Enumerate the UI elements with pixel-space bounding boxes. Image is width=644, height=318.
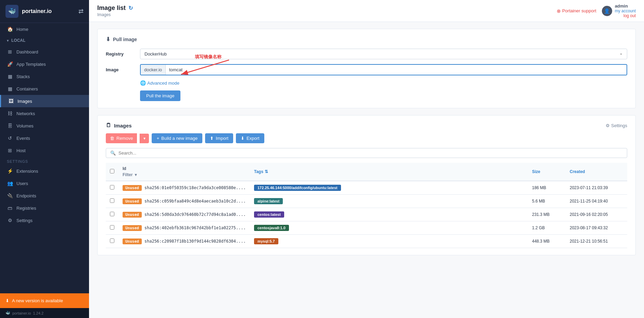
gear-icon: ⚙	[606, 123, 610, 128]
images-tbody: Unusedsha256:01e0f50359c18ec7a9da3ce0085…	[106, 181, 627, 248]
build-button[interactable]: + Build a new image	[152, 133, 202, 143]
th-created: Created	[566, 163, 627, 181]
sidebar-item-volumes[interactable]: 🗄 Volumes	[0, 120, 89, 132]
support-icon: ⊗	[557, 8, 561, 14]
row-checkbox-cell	[106, 195, 118, 208]
annotation-text: 填写镜像名称	[195, 54, 222, 60]
sort-icon: ⇅	[265, 169, 268, 174]
row-id[interactable]: Unusedsha256:c20987f18b130f9d144c9828df6…	[118, 235, 250, 248]
export-button[interactable]: ⬇ Export	[236, 133, 264, 143]
sidebar-item-home[interactable]: 🏠 Home	[0, 23, 89, 35]
search-input[interactable]	[118, 150, 221, 156]
images-table: Id Filter ▼ Tags ⇅	[106, 163, 627, 248]
sidebar-item-label: Stacks	[16, 74, 30, 79]
host-icon: ⊞	[7, 148, 13, 153]
new-version-banner[interactable]: ⬇ A new version is available	[0, 293, 89, 308]
sidebar-item-stacks[interactable]: ▦ Stacks	[0, 70, 89, 83]
plus-icon: +	[156, 136, 159, 141]
sidebar-item-label: Events	[16, 136, 30, 141]
table-row: Unusedsha256:402ebfb3618c967d42bbf1e1a02…	[106, 221, 627, 235]
logo-icon: 🐳	[5, 5, 18, 18]
remove-caret-button[interactable]: ▾	[140, 134, 149, 143]
row-checkbox[interactable]	[110, 225, 114, 230]
page-title: Image list ↻	[97, 4, 133, 12]
sidebar: 🐳 portainer.io ⇄ 🏠 Home ▾ LOCAL ⊞ Dashbo…	[0, 0, 89, 318]
topbar-right: ⊗ Portainer support 👤 admin my account l…	[557, 3, 636, 18]
sidebar-item-dashboard[interactable]: ⊞ Dashboard	[0, 46, 89, 58]
row-checkbox[interactable]	[110, 212, 114, 216]
import-button[interactable]: ⬆ Import	[205, 133, 233, 143]
badge-unused: Unused	[123, 225, 142, 231]
stacks-icon: ▦	[7, 74, 13, 79]
row-size: 5.6 MB	[528, 195, 566, 208]
image-prefix: docker.io	[141, 65, 166, 75]
sidebar-item-settings[interactable]: ⚙ Settings	[0, 214, 89, 227]
row-checkbox[interactable]	[110, 238, 114, 243]
badge-unused: Unused	[123, 238, 142, 244]
logo-text: portainer.io	[22, 8, 52, 14]
registry-row: Registry DockerHub	[106, 49, 627, 59]
row-tags: mysql:5.7	[250, 235, 528, 248]
advanced-mode-link[interactable]: 🌐 Advanced mode	[140, 80, 627, 86]
images-section: 🗒 Images ⚙ Settings 🗑 Remove ▾ + Build a…	[97, 115, 636, 255]
endpoints-icon: 🔌	[7, 193, 13, 198]
images-section-header: 🗒 Images ⚙ Settings	[106, 122, 627, 129]
sidebar-item-networks[interactable]: ⛓ Networks	[0, 107, 89, 120]
sidebar-item-label: Host	[16, 148, 26, 153]
th-size: Size	[528, 163, 566, 181]
row-id[interactable]: Unusedsha256:c059bfaa849c4d8e4aecaeb3a10…	[118, 195, 250, 208]
sidebar-item-extensions[interactable]: ⚡ Extensions	[0, 165, 89, 177]
row-tags: 172.25.46.144:5000/addifconfig/ubuntu:la…	[250, 181, 528, 195]
support-link[interactable]: ⊗ Portainer support	[557, 8, 596, 14]
row-checkbox[interactable]	[110, 185, 114, 189]
remove-button[interactable]: 🗑 Remove	[106, 133, 137, 143]
tag-badge: centosjava8:1.0	[254, 225, 289, 231]
sidebar-item-label: Volumes	[16, 123, 34, 129]
pull-image-button[interactable]: Pull the image	[140, 90, 180, 101]
export-icon: ⬇	[241, 136, 244, 141]
image-input[interactable]	[166, 65, 627, 75]
sidebar-item-label: Extensions	[16, 169, 38, 174]
globe-icon: 🌐	[140, 80, 146, 86]
sidebar-item-app-templates[interactable]: 🚀 App Templates	[0, 58, 89, 70]
sidebar-item-images[interactable]: 🖼 Images	[0, 95, 89, 107]
refresh-icon[interactable]: ↻	[128, 5, 133, 11]
select-all-checkbox[interactable]	[110, 169, 114, 173]
volumes-icon: 🗄	[7, 123, 13, 129]
sidebar-item-endpoints[interactable]: 🔌 Endpoints	[0, 189, 89, 202]
sidebar-item-containers[interactable]: ▦ Containers	[0, 83, 89, 95]
logout-link[interactable]: log out	[623, 13, 636, 18]
sidebar-item-label: Users	[16, 181, 28, 186]
table-header-row: Id Filter ▼ Tags ⇅	[106, 163, 627, 181]
admin-links: my account log out	[615, 9, 636, 18]
sidebar-item-label: App Templates	[16, 62, 46, 67]
sidebar-item-registries[interactable]: 🗃 Registries	[0, 202, 89, 214]
row-id[interactable]: Unusedsha256:402ebfb3618c967d42bbf1e1a02…	[118, 221, 250, 235]
sidebar-item-label: Containers	[16, 86, 38, 91]
sidebar-item-label: Endpoints	[16, 193, 36, 198]
row-id[interactable]: Unusedsha256:01e0f50359c18ec7a9da3ce0085…	[118, 181, 250, 195]
tag-badge: mysql:5.7	[254, 238, 278, 244]
row-size: 231.3 MB	[528, 208, 566, 221]
sidebar-item-events[interactable]: ↺ Events	[0, 132, 89, 144]
registry-label: Registry	[106, 51, 140, 57]
pull-image-title: Pull image	[113, 37, 137, 42]
th-tags[interactable]: Tags ⇅	[250, 163, 528, 181]
row-checkbox[interactable]	[110, 198, 114, 203]
sidebar-item-users[interactable]: 👥 Users	[0, 177, 89, 189]
portainer-io-label: portainer.io	[12, 311, 31, 315]
image-row: Image docker.io 填写镜像名称	[106, 64, 627, 75]
my-account-link[interactable]: my account	[615, 9, 636, 13]
row-checkbox-cell	[106, 221, 118, 235]
sidebar-item-host[interactable]: ⊞ Host	[0, 144, 89, 157]
home-icon: 🏠	[7, 26, 13, 32]
row-id[interactable]: Unusedsha256:5d0da3dc976460b72c77d94c8a1…	[118, 208, 250, 221]
settings-link[interactable]: ⚙ Settings	[606, 123, 627, 128]
row-tags: centos:latest	[250, 208, 528, 221]
badge-unused: Unused	[123, 212, 142, 218]
badge-unused: Unused	[123, 198, 142, 204]
download-icon: ⬇	[5, 298, 9, 303]
pull-image-header: ⬇ Pull image	[106, 36, 627, 42]
images-section-title: 🗒 Images	[106, 122, 132, 129]
users-icon: 👥	[7, 181, 13, 186]
